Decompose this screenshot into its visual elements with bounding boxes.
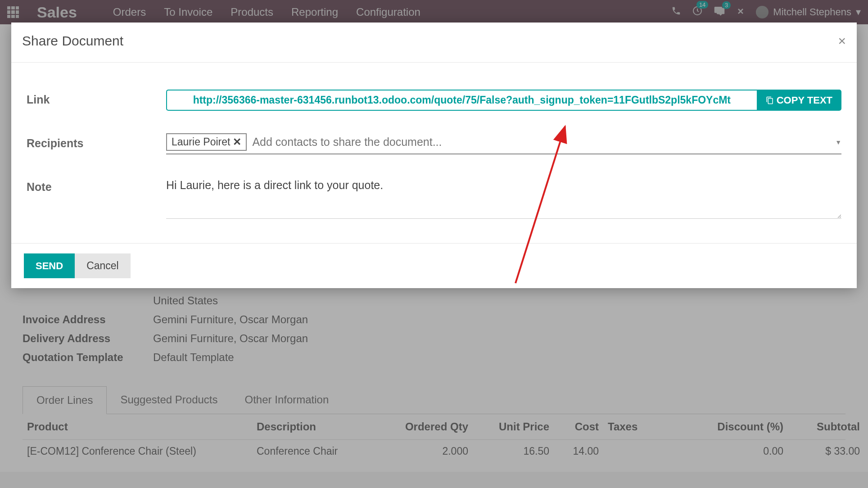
send-button[interactable]: SEND bbox=[24, 253, 75, 278]
cancel-button[interactable]: Cancel bbox=[75, 253, 131, 278]
modal-body: Link COPY TEXT Recipients Laurie Poiret … bbox=[11, 63, 857, 243]
modal-header: Share Document × bbox=[11, 23, 857, 63]
modal-footer: SEND Cancel bbox=[11, 243, 857, 288]
recipients-label: Recipients bbox=[27, 133, 166, 150]
share-link-input[interactable] bbox=[166, 90, 757, 111]
copy-text-button[interactable]: COPY TEXT bbox=[757, 90, 841, 111]
link-label: Link bbox=[27, 90, 166, 106]
modal-title: Share Document bbox=[22, 33, 123, 49]
chevron-down-icon[interactable]: ▼ bbox=[835, 139, 841, 146]
note-textarea[interactable] bbox=[166, 177, 841, 219]
copy-icon bbox=[766, 96, 774, 105]
recipients-field[interactable]: Laurie Poiret ✕ ▼ bbox=[166, 133, 841, 154]
note-label: Note bbox=[27, 177, 166, 194]
recipient-name: Laurie Poiret bbox=[172, 136, 230, 148]
share-document-modal: Share Document × Link COPY TEXT Recipien… bbox=[11, 23, 857, 288]
recipient-tag: Laurie Poiret ✕ bbox=[166, 133, 247, 151]
remove-recipient-icon[interactable]: ✕ bbox=[233, 136, 241, 148]
copy-label: COPY TEXT bbox=[777, 95, 832, 106]
close-icon[interactable]: × bbox=[838, 33, 846, 49]
recipients-input[interactable] bbox=[250, 134, 832, 150]
